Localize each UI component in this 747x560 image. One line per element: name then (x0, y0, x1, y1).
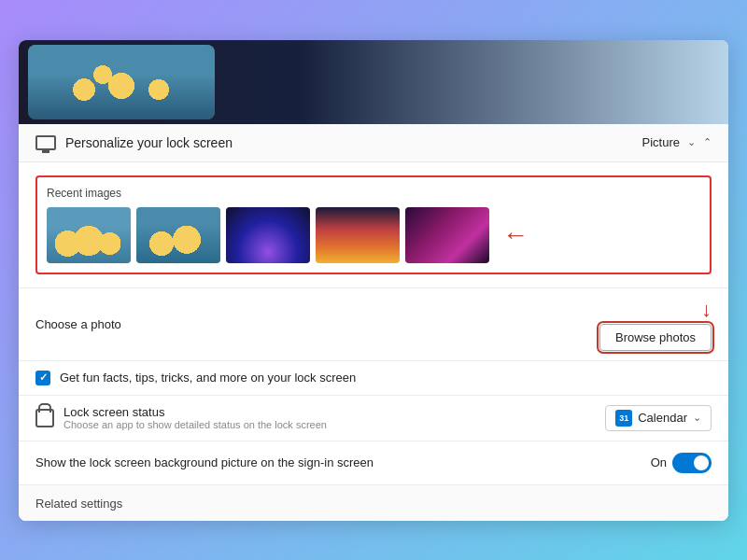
recent-images-label: Recent images (47, 187, 700, 200)
personalize-section-header: Personalize your lock screen Picture ⌄ ⌃ (19, 124, 728, 162)
section-header-right[interactable]: Picture ⌄ ⌃ (642, 135, 712, 149)
chevron-up-icon[interactable]: ⌃ (703, 136, 712, 148)
calendar-label: Calendar (638, 411, 687, 425)
thumbnail-ducks2[interactable] (136, 207, 220, 263)
lock-status-subtitle: Choose an app to show detailed status on… (63, 419, 327, 430)
section-title: Personalize your lock screen (65, 135, 233, 150)
calendar-icon: 31 (615, 410, 632, 427)
related-settings-row: Related settings (19, 485, 728, 521)
arrow-left-red: ← (502, 220, 529, 250)
duck-image-overlay (28, 45, 215, 119)
settings-window: Personalize your lock screen Picture ⌄ ⌃… (19, 40, 728, 521)
thumbnail-purple[interactable] (405, 207, 489, 263)
calendar-dropdown[interactable]: 31 Calendar ⌄ (605, 405, 712, 431)
fun-facts-row: Get fun facts, tips, tricks, and more on… (19, 361, 728, 396)
lock-status-row: Lock screen status Choose an app to show… (19, 396, 728, 441)
thumbnails-row: ← (47, 207, 700, 263)
related-settings-label: Related settings (35, 497, 122, 511)
fun-facts-checkbox[interactable] (35, 371, 50, 385)
picture-option-label: Picture (642, 135, 680, 149)
toggle-on-label: On (651, 455, 667, 469)
recent-images-section: Recent images ← (19, 162, 728, 288)
thumbnail-ducks1[interactable] (47, 207, 131, 263)
lock-status-left: Lock screen status Choose an app to show… (35, 405, 327, 430)
calendar-chevron-down-icon: ⌄ (693, 412, 701, 424)
lock-icon (35, 409, 54, 427)
arrow-down-red-icon: ↓ (701, 298, 712, 322)
choose-photo-row: Choose a photo ↓ Browse photos (19, 288, 728, 361)
section-header-left: Personalize your lock screen (35, 135, 233, 150)
lock-status-text-group: Lock screen status Choose an app to show… (63, 405, 327, 430)
sign-in-row: Show the lock screen background picture … (19, 441, 728, 485)
settings-content: Personalize your lock screen Picture ⌄ ⌃… (19, 124, 728, 521)
lock-screen-preview (19, 40, 728, 124)
recent-images-box: Recent images ← (35, 175, 712, 274)
sign-in-label: Show the lock screen background picture … (35, 455, 374, 469)
chevron-down-icon[interactable]: ⌄ (687, 136, 696, 148)
preview-thumbnail (28, 45, 215, 119)
toggle-on-group: On (651, 453, 712, 473)
monitor-icon (35, 135, 56, 150)
browse-photos-button[interactable]: Browse photos (599, 324, 712, 351)
choose-photo-label: Choose a photo (35, 317, 121, 331)
toggle-switch[interactable] (672, 453, 712, 473)
lock-status-title: Lock screen status (63, 405, 327, 419)
fun-facts-label: Get fun facts, tips, tricks, and more on… (60, 371, 356, 385)
thumbnail-blue[interactable] (226, 207, 310, 263)
thumbnail-sunset[interactable] (316, 207, 400, 263)
